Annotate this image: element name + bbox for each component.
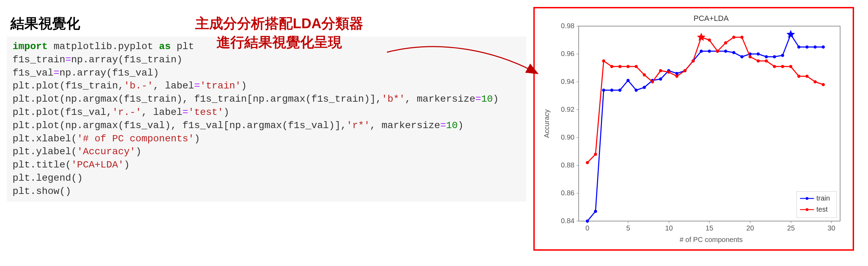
svg-point-65 <box>748 55 752 58</box>
xtick-label: 10 <box>665 224 673 232</box>
ytick-label: 0.84 <box>561 217 574 225</box>
svg-point-39 <box>781 54 784 57</box>
svg-point-73 <box>814 80 817 84</box>
svg-point-48 <box>610 65 614 68</box>
code-text: ) <box>124 159 130 170</box>
svg-point-67 <box>765 60 768 63</box>
svg-point-63 <box>732 36 736 39</box>
svg-point-57 <box>684 69 687 72</box>
code-text: plt.plot(f1s_train, <box>13 80 124 91</box>
xtick-label: 30 <box>828 224 835 232</box>
op-equals: = <box>65 54 71 65</box>
svg-point-55 <box>667 71 670 74</box>
code-num: 10 <box>446 120 458 131</box>
svg-point-44 <box>822 46 825 49</box>
code-text: plt.show() <box>13 186 71 197</box>
code-text: , label <box>153 80 194 91</box>
svg-point-53 <box>651 80 654 84</box>
code-str: 'b*' <box>382 94 405 104</box>
code-text: , markersize <box>370 120 440 131</box>
svg-point-58 <box>692 60 695 63</box>
op-equals: = <box>440 120 446 131</box>
ytick-label: 0.90 <box>561 133 574 141</box>
code-text: plt.plot(np.argmax(f1s_train), f1s_train… <box>13 94 382 104</box>
ytick-label: 0.86 <box>561 189 574 197</box>
star-train <box>786 30 795 38</box>
code-text: plt.title( <box>13 159 71 170</box>
code-str: 'b.-' <box>124 80 153 91</box>
annotation-line-2: 進行結果視覺化呈現 <box>216 34 342 50</box>
xtick-label: 0 <box>585 224 589 232</box>
code-str: '# of PC components' <box>77 133 194 144</box>
svg-point-74 <box>822 83 825 86</box>
svg-point-50 <box>626 65 630 68</box>
svg-point-43 <box>814 46 817 49</box>
svg-point-54 <box>659 69 662 72</box>
svg-point-46 <box>594 153 597 156</box>
svg-point-76 <box>806 197 808 200</box>
svg-point-78 <box>806 208 808 211</box>
x-axis-ticks: 0 5 10 15 20 25 30 <box>585 221 835 232</box>
svg-point-15 <box>586 220 589 223</box>
xtick-label: 15 <box>706 224 713 232</box>
star-test <box>697 33 706 41</box>
chart-svg: PCA+LDA 0.84 0.86 0.88 0.90 0.92 0.94 0.… <box>537 10 851 247</box>
code-text: plt.plot(f1s_val, <box>13 107 112 118</box>
code-text: f1s_train <box>13 54 65 65</box>
code-str: 'PCA+LDA' <box>71 159 124 170</box>
svg-point-19 <box>618 89 622 92</box>
svg-point-71 <box>797 75 800 78</box>
code-text: , label <box>142 107 183 118</box>
op-equals: = <box>194 80 200 91</box>
op-equals: = <box>54 68 60 78</box>
svg-point-18 <box>610 89 614 92</box>
op-equals: = <box>475 94 481 104</box>
legend-test-label: test <box>816 205 828 213</box>
code-text: ) <box>241 80 247 91</box>
code-str: 'train' <box>200 80 241 91</box>
ytick-label: 0.92 <box>561 105 574 113</box>
svg-point-49 <box>618 65 622 68</box>
series-test <box>586 36 825 164</box>
code-text: ) <box>194 133 200 144</box>
xtick-label: 20 <box>746 224 754 232</box>
svg-point-45 <box>586 161 589 164</box>
code-text: ) <box>223 107 229 118</box>
svg-point-61 <box>716 50 719 53</box>
annotation-text: 主成分分析搭配LDA分類器 進行結果視覺化呈現 <box>195 14 363 52</box>
annotation-line-1: 主成分分析搭配LDA分類器 <box>195 16 363 31</box>
svg-point-32 <box>724 50 727 53</box>
y-axis-label: Accuracy <box>543 109 550 138</box>
svg-point-42 <box>806 46 809 49</box>
x-axis-label: # of PC components <box>679 236 743 243</box>
ytick-label: 0.94 <box>561 78 574 85</box>
code-text: plt.legend() <box>13 173 83 183</box>
svg-point-70 <box>789 65 792 68</box>
code-text: plt.ylabel( <box>13 146 77 157</box>
code-num: 10 <box>481 94 493 104</box>
chart-container: PCA+LDA 0.84 0.86 0.88 0.90 0.92 0.94 0.… <box>533 7 854 251</box>
code-text: f1s_val <box>13 68 54 78</box>
code-text: ) <box>136 146 142 157</box>
svg-point-37 <box>765 55 768 58</box>
code-text: plt.plot(np.argmax(f1s_val), f1s_val[np.… <box>13 120 347 131</box>
svg-point-21 <box>635 89 638 92</box>
code-text: , markersize <box>405 94 475 104</box>
svg-point-33 <box>732 51 736 54</box>
code-text: plt.xlabel( <box>13 133 77 144</box>
code-str: 'test' <box>188 107 223 118</box>
svg-point-36 <box>757 53 760 56</box>
svg-point-16 <box>594 210 597 213</box>
svg-point-38 <box>773 55 776 58</box>
svg-point-17 <box>602 89 605 92</box>
svg-point-22 <box>643 86 646 89</box>
legend-train-label: train <box>816 194 830 202</box>
series-train <box>586 33 825 223</box>
ytick-label: 0.96 <box>561 50 574 57</box>
code-str: 'Accuracy' <box>77 146 136 157</box>
code-text: plt <box>171 41 194 52</box>
svg-point-66 <box>757 60 760 63</box>
svg-point-24 <box>659 78 662 81</box>
svg-point-51 <box>635 65 638 68</box>
svg-point-69 <box>781 65 784 68</box>
